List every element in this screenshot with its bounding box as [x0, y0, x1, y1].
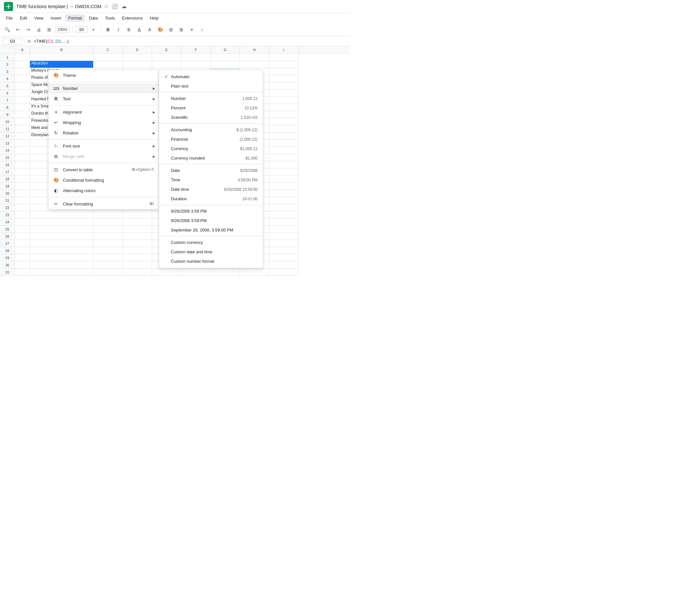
grid-cell[interactable]	[123, 254, 152, 261]
grid-cell[interactable]	[123, 54, 152, 61]
grid-cell[interactable]	[152, 268, 181, 276]
grid-cell[interactable]	[269, 133, 298, 140]
num-custom-currency[interactable]: Custom currency	[159, 238, 263, 247]
grid-cell[interactable]	[123, 247, 152, 254]
grid-cell[interactable]	[269, 247, 298, 254]
format-paint-button[interactable]: ⊞	[45, 25, 54, 34]
grid-cell[interactable]	[269, 268, 298, 276]
grid-cell[interactable]	[93, 211, 123, 218]
format-menu-alternating[interactable]: ◐ Alternating colors	[48, 185, 159, 196]
italic-button[interactable]: I	[114, 25, 123, 34]
format-menu-number[interactable]: 123 Number	[48, 83, 159, 93]
menu-edit[interactable]: Edit	[17, 14, 30, 22]
num-time[interactable]: Time 3:59:00 PM	[159, 175, 263, 185]
grid-cell[interactable]	[269, 118, 298, 125]
num-date[interactable]: Date 9/26/2008	[159, 166, 263, 175]
print-button[interactable]: 🖨	[34, 25, 43, 34]
grid-cell[interactable]	[269, 197, 298, 204]
grid-cell[interactable]	[15, 75, 30, 82]
grid-cell[interactable]	[123, 218, 152, 226]
format-menu-convert-table[interactable]: ⊡ Convert to table ⌘+Option+T	[48, 164, 159, 175]
grid-cell[interactable]	[30, 218, 93, 226]
format-menu-wrapping[interactable]: ↩ Wrapping	[48, 117, 159, 128]
num-scientific[interactable]: Scientific 1.01E+03	[159, 113, 263, 122]
num-custom-dt-1[interactable]: 9/26/2008 3:59 PM	[159, 206, 263, 216]
menu-format[interactable]: Format	[65, 14, 85, 22]
menu-view[interactable]: View	[31, 14, 46, 22]
grid-cell[interactable]	[269, 226, 298, 233]
grid-cell[interactable]	[93, 226, 123, 233]
grid-cell[interactable]	[15, 183, 30, 190]
grid-cell[interactable]	[93, 254, 123, 261]
cloud-icon[interactable]: ☁	[122, 3, 127, 9]
grid-cell[interactable]	[269, 82, 298, 89]
num-plain-text[interactable]: Plain text	[159, 81, 263, 91]
grid-cell[interactable]	[15, 268, 30, 276]
grid-cell[interactable]: Attraction	[30, 61, 93, 68]
grid-cell[interactable]	[123, 61, 152, 68]
num-currency[interactable]: Currency $1,000.12	[159, 144, 263, 153]
grid-cell[interactable]	[30, 240, 93, 247]
grid-cell[interactable]	[93, 54, 123, 61]
grid-cell[interactable]	[211, 54, 240, 61]
grid-cell[interactable]	[15, 233, 30, 240]
formula-content[interactable]: =TIME(C3, D3, …)	[33, 39, 347, 44]
num-number[interactable]: Number 1,000.12	[159, 94, 263, 103]
borders-button[interactable]: ⊞	[166, 25, 176, 34]
grid-cell[interactable]	[30, 233, 93, 240]
grid-cell[interactable]	[211, 61, 240, 68]
grid-cell[interactable]	[123, 226, 152, 233]
grid-cell[interactable]	[181, 268, 211, 276]
star-icon[interactable]: ☆	[104, 3, 108, 9]
grid-cell[interactable]	[15, 226, 30, 233]
grid-cell[interactable]	[269, 240, 298, 247]
bold-button[interactable]: B	[103, 25, 112, 34]
grid-cell[interactable]	[269, 125, 298, 133]
grid-cell[interactable]	[240, 54, 269, 61]
grid-cell[interactable]	[15, 140, 30, 147]
grid-cell[interactable]	[269, 104, 298, 111]
grid-cell[interactable]	[269, 233, 298, 240]
grid-cell[interactable]	[30, 226, 93, 233]
grid-cell[interactable]	[15, 161, 30, 168]
grid-cell[interactable]	[93, 61, 123, 68]
format-menu-conditional[interactable]: 🎨 Conditional formatting	[48, 175, 159, 185]
cell-reference[interactable]	[3, 38, 22, 45]
grid-cell[interactable]	[15, 147, 30, 154]
grid-cell[interactable]	[269, 254, 298, 261]
font-size-input[interactable]	[75, 26, 87, 33]
num-custom-number[interactable]: Custom number format	[159, 256, 263, 266]
text-color-button[interactable]: A	[145, 25, 154, 34]
grid-cell[interactable]	[93, 268, 123, 276]
grid-cell[interactable]	[15, 118, 30, 125]
redo-button[interactable]: ↪	[24, 25, 33, 34]
grid-cell[interactable]	[123, 268, 152, 276]
grid-cell[interactable]	[15, 168, 30, 176]
zoom-level[interactable]: 100%	[55, 26, 70, 33]
grid-cell[interactable]	[15, 125, 30, 133]
grid-cell[interactable]	[15, 190, 30, 197]
grid-cell[interactable]	[30, 261, 93, 268]
grid-cell[interactable]	[269, 168, 298, 176]
fill-color-button[interactable]: 🎨	[156, 25, 165, 34]
grid-cell[interactable]	[15, 54, 30, 61]
grid-cell[interactable]	[30, 254, 93, 261]
grid-cell[interactable]	[15, 240, 30, 247]
grid-cell[interactable]	[269, 161, 298, 168]
format-menu-alignment[interactable]: ≡ Alignment	[48, 107, 159, 117]
grid-cell[interactable]	[269, 190, 298, 197]
num-automatic[interactable]: ✓ Automatic	[159, 72, 263, 81]
menu-tools[interactable]: Tools	[101, 14, 118, 22]
grid-cell[interactable]	[152, 61, 181, 68]
num-financial[interactable]: Financial (1,000.12)	[159, 135, 263, 144]
grid-cell[interactable]	[269, 176, 298, 183]
font-size-increase[interactable]: +	[89, 25, 98, 34]
grid-cell[interactable]	[15, 247, 30, 254]
grid-cell[interactable]	[30, 211, 93, 218]
format-menu-merge[interactable]: ⊞ Merge cells	[48, 151, 159, 162]
num-percent[interactable]: Percent 10.12%	[159, 103, 263, 113]
grid-cell[interactable]	[269, 111, 298, 118]
grid-cell[interactable]	[269, 68, 298, 75]
grid-cell[interactable]	[93, 233, 123, 240]
num-custom-dt-3[interactable]: September 26, 2008, 3:59:00 PM	[159, 225, 263, 235]
